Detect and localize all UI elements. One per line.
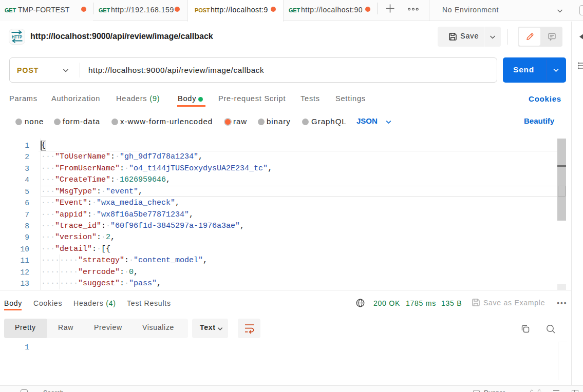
svg-text:HTTP: HTTP — [12, 34, 23, 40]
